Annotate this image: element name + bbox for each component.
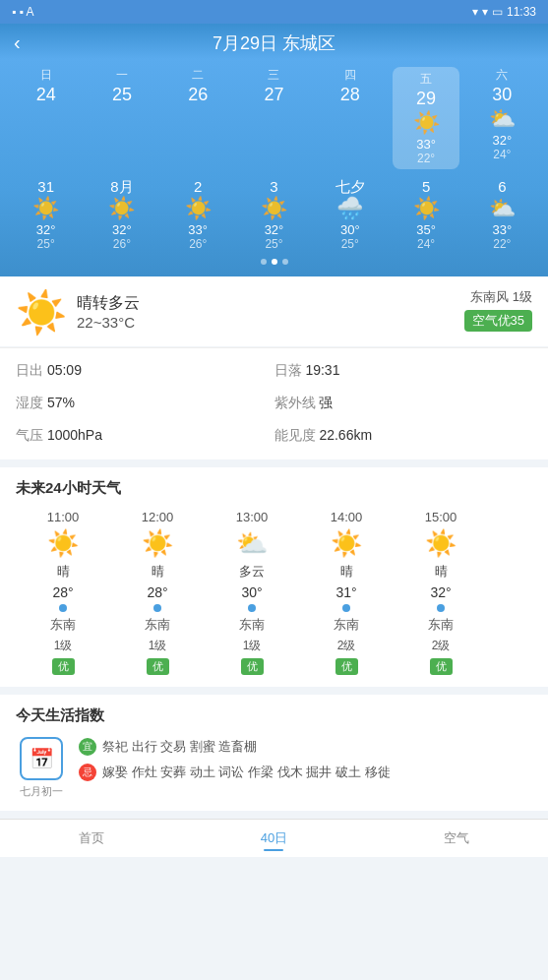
- hourly-weather-icon: ☀️: [425, 528, 457, 559]
- detail-humidity: 湿度 57%: [16, 391, 274, 415]
- temp-high: 32°: [36, 222, 56, 237]
- cal-day-2[interactable]: 2 ☀️ 33° 26°: [164, 177, 231, 251]
- temp-dot: [59, 604, 67, 612]
- cal-day-sat[interactable]: 六 30 ⛅ 32° 24°: [468, 67, 535, 169]
- temp-low: 25°: [37, 237, 55, 251]
- hourly-weather-icon: ☀️: [331, 528, 362, 559]
- weather-icon: 🌧️: [336, 196, 363, 221]
- date-label: 2: [194, 177, 202, 197]
- nav-40day-label: 40日: [261, 829, 287, 847]
- nav-air[interactable]: 空气: [444, 829, 469, 851]
- cal-day-31[interactable]: 31 ☀️ 32° 25°: [13, 177, 80, 251]
- hourly-weather-icon: ☀️: [142, 528, 173, 559]
- pressure-label: 气压: [16, 427, 47, 443]
- cal-day-wed[interactable]: 三 27: [240, 67, 307, 169]
- wind-direction: 东南: [50, 616, 76, 634]
- dot-2-active: [272, 259, 277, 265]
- cal-day-6[interactable]: 6 ⛅ 33° 22°: [468, 177, 535, 251]
- dow-label: 日: [40, 67, 52, 84]
- hourly-item-13: 13:00 ⛅ 多云 30° 东南 1级 优: [205, 510, 299, 675]
- dow-label: 二: [192, 67, 204, 84]
- back-button[interactable]: ‹: [14, 31, 21, 54]
- life-index-section: 今天生活指数 📅 七月初一 宜 祭祀 出行 交易 割蜜 造畜棚 忌 嫁娶 作灶 …: [0, 695, 548, 811]
- humidity-label: 湿度: [16, 395, 47, 410]
- life-bad-row: 忌 嫁娶 作灶 安葬 动土 词讼 作梁 伐木 掘井 破土 移徙: [79, 763, 532, 782]
- weather-icon: ☀️: [32, 196, 59, 221]
- date-label: 29: [416, 88, 436, 110]
- temp-high: 33°: [188, 222, 208, 237]
- temp-low: 24°: [417, 237, 435, 251]
- cal-day-aug[interactable]: 8月 ☀️ 32° 26°: [89, 177, 155, 251]
- calendar-week2: 31 ☀️ 32° 25° 8月 ☀️ 32° 26° 2 ☀️ 33° 26°…: [0, 171, 548, 253]
- humidity-value: 57%: [47, 395, 75, 410]
- calendar-icon-box: 📅: [20, 737, 63, 780]
- sunset-value: 19:31: [305, 362, 339, 378]
- hourly-weather-icon: ☀️: [47, 528, 79, 559]
- temp-high: 35°: [416, 222, 436, 237]
- temp-high: 33°: [492, 222, 512, 237]
- current-weather-card: ☀️ 晴转多云 22~33°C 东南风 1级 空气优35: [0, 276, 548, 346]
- hourly-time: 14:00: [331, 510, 363, 524]
- weather-icon: ☀️: [185, 196, 212, 221]
- life-good-row: 宜 祭祀 出行 交易 割蜜 造畜棚: [79, 737, 532, 757]
- cal-day-thu[interactable]: 四 28: [317, 67, 384, 169]
- cal-day-tue[interactable]: 二 26: [164, 67, 231, 169]
- temp-range: 22~33°C: [77, 314, 140, 331]
- air-quality-small: 优: [241, 658, 264, 675]
- sunrise-label: 日出: [16, 362, 47, 378]
- hourly-scroll: 11:00 ☀️ 晴 28° 东南 1级 优 12:00 ☀️ 晴 28° 东南…: [16, 510, 532, 675]
- wind-level: 1级: [243, 638, 262, 654]
- weather-right: 东南风 1级 空气优35: [464, 288, 532, 332]
- detail-sunrise: 日出 05:09: [16, 358, 274, 383]
- hourly-item-12: 12:00 ☀️ 晴 28° 东南 1级 优: [110, 510, 205, 675]
- nav-home[interactable]: 首页: [79, 829, 104, 851]
- weather-info: 晴转多云 22~33°C: [77, 293, 140, 331]
- hourly-temp: 32°: [430, 584, 451, 600]
- temp-dot: [248, 604, 256, 612]
- cal-day-fri-selected[interactable]: 五 29 ☀️ 33° 22°: [393, 67, 459, 169]
- visibility-value: 22.66km: [319, 427, 372, 443]
- air-quality-badge: 空气优35: [464, 310, 532, 332]
- wind-level: 1级: [149, 638, 167, 654]
- dow-label: 四: [344, 67, 356, 84]
- bad-badge: 忌: [79, 764, 96, 781]
- uv-label: 紫外线: [274, 395, 320, 410]
- good-activities: 祭祀 出行 交易 割蜜 造畜棚: [102, 737, 257, 757]
- calendar-icon: 📅: [30, 747, 54, 770]
- status-bar: ▪ ▪ A ▾ ▾ ▭ 11:33: [0, 0, 548, 24]
- date-label: 5: [422, 177, 430, 197]
- hourly-time: 12:00: [142, 510, 174, 524]
- lunar-calendar: 📅 七月初一: [16, 737, 67, 799]
- air-quality-small: 优: [147, 658, 169, 675]
- date-label: 8月: [110, 177, 133, 197]
- hourly-item-15: 15:00 ☀️ 晴 32° 东南 2级 优: [394, 510, 488, 675]
- visibility-label: 能见度: [274, 427, 320, 443]
- hourly-section: 未来24小时天气 11:00 ☀️ 晴 28° 东南 1级 优 12:00 ☀️…: [0, 467, 548, 687]
- sunset-label: 日落: [274, 362, 306, 378]
- date-label: 27: [264, 84, 283, 106]
- hourly-time: 13:00: [236, 510, 269, 524]
- cal-day-5[interactable]: 5 ☀️ 35° 24°: [393, 177, 459, 251]
- dow-label: 三: [268, 67, 279, 84]
- uv-value: 强: [319, 395, 333, 410]
- detail-uv: 紫外线 强: [274, 391, 533, 415]
- temp-low: 22°: [493, 237, 511, 251]
- temp-low: 26°: [113, 237, 131, 251]
- hourly-temp: 31°: [335, 584, 356, 600]
- dow-label: 六: [496, 67, 508, 84]
- cal-day-mon[interactable]: 一 25: [89, 67, 155, 169]
- date-label: 30: [492, 84, 512, 106]
- weather-icon: ⛅: [489, 196, 516, 221]
- nav-40day[interactable]: 40日: [261, 829, 287, 851]
- cal-day-3[interactable]: 3 ☀️ 32° 25°: [240, 177, 307, 251]
- hourly-item-14: 14:00 ☀️ 晴 31° 东南 2级 优: [299, 510, 394, 675]
- temp-low: 22°: [417, 152, 435, 165]
- cal-day-sun[interactable]: 日 24: [13, 67, 80, 169]
- dow-label: 五: [420, 71, 432, 88]
- bottom-navigation: 首页 40日 空气: [0, 819, 548, 857]
- cal-day-qixi[interactable]: 七夕 🌧️ 30° 25°: [317, 177, 384, 251]
- dot-1: [261, 259, 267, 265]
- sunrise-value: 05:09: [47, 362, 82, 378]
- wifi-icon: ▾: [472, 5, 478, 19]
- detail-card: 日出 05:09 日落 19:31 湿度 57% 紫外线 强 气压 1000hP…: [0, 347, 548, 460]
